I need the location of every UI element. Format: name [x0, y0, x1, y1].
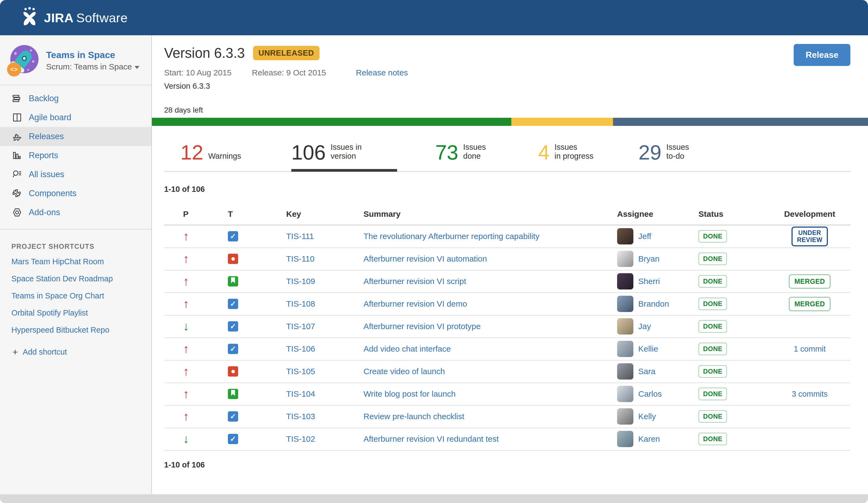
shortcut-link-5[interactable]: Hyperspeed Bitbucket Repo	[11, 326, 109, 334]
issue-key-link[interactable]: TIS-107	[286, 322, 315, 331]
issue-key-link[interactable]: TIS-111	[286, 232, 314, 241]
table-row-tis-105: ↑TIS-105Create video of launchSaraDONE	[164, 361, 850, 383]
issue-summary-link[interactable]: Afterburner revision VI redundant test	[363, 434, 499, 443]
status-badge: DONE	[699, 253, 727, 265]
issue-summary-link[interactable]: The revolutionary Afterburner reporting …	[363, 232, 539, 241]
jira-window: JIRASoftware <> Teams in Spac	[0, 0, 868, 503]
table-row-tis-103: ↑✓TIS-103Review pre-launch checklistKell…	[164, 406, 850, 428]
issue-summary-link[interactable]: Create video of launch	[363, 367, 445, 376]
assignee-link[interactable]: Brandon	[638, 299, 669, 308]
ship-icon	[11, 131, 23, 142]
issue-key-link[interactable]: TIS-102	[286, 434, 315, 443]
issue-summary-link[interactable]: Afterburner revision VI demo	[363, 299, 467, 308]
avatar	[617, 296, 633, 312]
priority-up-icon: ↑	[183, 387, 189, 400]
sidebar-item-agile-board[interactable]: Agile board	[0, 108, 151, 127]
dev-status-badge[interactable]: MERGED	[789, 297, 831, 311]
board-switcher[interactable]: Scrum: Teams in Space	[46, 62, 140, 71]
assignee-link[interactable]: Sara	[638, 367, 655, 376]
release-button[interactable]: Release	[794, 44, 850, 66]
issue-summary-link[interactable]: Afterburner revision VI prototype	[363, 322, 480, 331]
shortcut-link-3[interactable]: Teams in Space Org Chart	[11, 291, 104, 300]
priority-up-icon: ↑	[183, 410, 189, 423]
assignee-link[interactable]: Kelly	[638, 412, 656, 421]
stat-value: 12	[180, 143, 204, 162]
assignee-link[interactable]: Kellie	[638, 344, 658, 353]
sidebar-item-label: All issues	[29, 170, 64, 179]
sidebar-item-releases[interactable]: Releases	[0, 127, 151, 146]
commit-link[interactable]: 1 commit	[794, 345, 826, 353]
status-badge: DONE	[699, 298, 727, 310]
avatar	[617, 318, 633, 335]
stat-value: 106	[291, 143, 326, 162]
stat-issues-to-do[interactable]: 29Issuesto-do	[639, 143, 689, 171]
issue-summary-link[interactable]: Write blog post for launch	[363, 389, 456, 398]
sidebar-item-components[interactable]: Components	[0, 184, 151, 203]
backlog-icon	[11, 93, 23, 104]
column-header-p: P	[183, 209, 228, 219]
assignee-link[interactable]: Jeff	[638, 232, 651, 241]
dev-status-badge[interactable]: MERGED	[789, 274, 831, 289]
progress-segment-in-progress[interactable]	[511, 118, 613, 126]
issue-type-task-icon: ✓	[228, 411, 238, 422]
project-sidebar: <> Teams in Space Scrum: Teams in Space …	[0, 35, 152, 494]
assignee-link[interactable]: Sherri	[638, 277, 660, 286]
issue-summary-link[interactable]: Add video chat interface	[363, 344, 451, 353]
sidebar-item-reports[interactable]: Reports	[0, 146, 151, 165]
sidebar-item-label: Reports	[29, 151, 58, 160]
version-description: Version 6.3.3	[164, 82, 850, 91]
commit-link[interactable]: 3 commits	[792, 390, 828, 398]
stat-warnings[interactable]: 12Warnings	[180, 143, 291, 171]
unreleased-badge: UNRELEASED	[253, 46, 320, 60]
assignee-link[interactable]: Karen	[638, 434, 660, 444]
project-name[interactable]: Teams in Space	[46, 49, 140, 61]
issue-type-task-icon: ✓	[228, 434, 238, 444]
top-navigation-bar: JIRASoftware	[0, 0, 868, 35]
issue-key-link[interactable]: TIS-106	[286, 344, 315, 353]
stat-issues-in-progress[interactable]: 4Issuesin progress	[538, 143, 639, 171]
result-range-bottom: 1-10 of 106	[164, 460, 850, 478]
issue-key-link[interactable]: TIS-108	[286, 299, 315, 308]
column-header-status: Status	[699, 209, 769, 219]
assignee-link[interactable]: Carlos	[638, 389, 662, 399]
status-badge: DONE	[699, 433, 727, 445]
release-notes-link[interactable]: Release notes	[356, 68, 408, 77]
issue-key-link[interactable]: TIS-104	[286, 389, 315, 398]
issue-key-link[interactable]: TIS-109	[286, 277, 315, 286]
issue-stats-row: 12Warnings106Issues inversion73Issuesdon…	[164, 143, 850, 172]
sidebar-item-all-issues[interactable]: All issues	[0, 165, 151, 184]
dev-status-badge[interactable]: UNDERREVIEW	[792, 227, 828, 246]
progress-segment-to-do[interactable]	[613, 118, 868, 126]
avatar	[617, 363, 633, 380]
status-badge: DONE	[699, 365, 727, 378]
status-badge: DONE	[699, 388, 727, 400]
issue-summary-link[interactable]: Afterburner revision VI script	[363, 277, 466, 286]
assignee-link[interactable]: Jay	[638, 322, 651, 331]
issue-key-link[interactable]: TIS-103	[286, 412, 315, 421]
issue-key-link[interactable]: TIS-110	[286, 254, 315, 263]
progress-segment-done[interactable]	[152, 118, 511, 126]
shortcut-link-4[interactable]: Orbital Spotify Playlist	[11, 308, 88, 317]
issue-summary-link[interactable]: Afterburner revision VI automation	[363, 254, 487, 263]
issue-key-link[interactable]: TIS-105	[286, 367, 315, 376]
page-title: Version 6.3.3	[164, 45, 245, 61]
shortcut-link-1[interactable]: Mars Team HipChat Room	[11, 257, 104, 266]
add-shortcut-button[interactable]: + Add shortcut	[0, 339, 151, 357]
status-badge: DONE	[699, 275, 727, 288]
sidebar-item-add-ons[interactable]: Add-ons	[0, 203, 151, 222]
sidebar-item-backlog[interactable]: Backlog	[0, 89, 151, 108]
assignee-link[interactable]: Bryan	[638, 254, 659, 264]
issue-type-task-icon: ✓	[228, 321, 238, 331]
status-badge: DONE	[699, 343, 727, 355]
shortcut-item: Teams in Space Org Chart	[0, 287, 151, 305]
priority-up-icon: ↑	[183, 342, 189, 356]
shortcut-link-2[interactable]: Space Station Dev Roadmap	[11, 274, 113, 283]
issue-summary-link[interactable]: Review pre-launch checklist	[363, 412, 464, 421]
stat-issues-in-version[interactable]: 106Issues inversion	[291, 143, 435, 171]
jira-software-logo[interactable]: JIRASoftware	[20, 7, 128, 28]
stat-value: 73	[435, 143, 458, 162]
column-header-key: Key	[286, 209, 363, 219]
avatar	[617, 408, 633, 424]
avatar	[617, 386, 633, 402]
stat-issues-done[interactable]: 73Issuesdone	[435, 143, 538, 171]
